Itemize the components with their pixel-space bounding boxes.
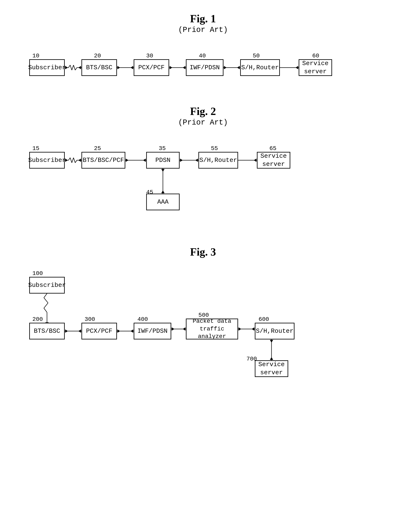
box-bts-bsc-3: BTS/BSC xyxy=(29,323,65,339)
svg-marker-13 xyxy=(170,66,172,69)
svg-line-40 xyxy=(44,294,47,298)
box-pdsn: PDSN xyxy=(146,152,180,168)
fig2-title-container: Fig. 2 xyxy=(17,105,389,118)
label-30: 30 xyxy=(146,53,153,59)
box-service-server-2: Serviceserver xyxy=(257,152,290,168)
svg-line-5 xyxy=(75,68,77,70)
svg-marker-60 xyxy=(270,357,273,360)
svg-marker-57 xyxy=(252,327,254,331)
svg-marker-50 xyxy=(117,329,120,333)
label-65: 65 xyxy=(269,145,276,152)
svg-marker-36 xyxy=(254,159,256,162)
fig3-title: Fig. 3 xyxy=(17,246,389,258)
box-bts-bsc-pcf: BTS/BSC/PCF xyxy=(81,152,125,168)
svg-line-41 xyxy=(44,298,48,303)
box-iwf-pdsn-3: IWF/PDSN xyxy=(134,323,171,339)
fig3-diagram: 100 200 300 400 500 600 700 Subscriber B… xyxy=(17,264,389,394)
svg-marker-53 xyxy=(172,327,174,331)
box-pcx-pcf-1: PCX/PCF xyxy=(134,59,169,76)
box-aaa: AAA xyxy=(146,194,180,210)
svg-line-21 xyxy=(68,158,70,160)
box-sh-router-3: S/H,Router xyxy=(255,323,295,339)
label-10: 10 xyxy=(32,53,39,59)
svg-marker-8 xyxy=(78,66,81,69)
svg-marker-39 xyxy=(161,190,165,193)
svg-marker-34 xyxy=(195,159,198,162)
box-sh-router-2: S/H,Router xyxy=(198,152,238,168)
svg-marker-51 xyxy=(130,329,133,333)
svg-marker-59 xyxy=(270,340,273,343)
box-pcx-pcf-3: PCX/PCF xyxy=(81,323,117,339)
svg-marker-16 xyxy=(224,66,227,69)
box-service-server-3: Serviceserver xyxy=(255,360,288,377)
svg-marker-30 xyxy=(126,159,128,162)
label-100: 100 xyxy=(32,270,43,277)
svg-marker-10 xyxy=(117,66,120,69)
box-packet-data: Packet datatraffic analyzer xyxy=(186,319,238,339)
svg-line-4 xyxy=(73,65,75,70)
svg-marker-48 xyxy=(78,329,81,333)
label-25: 25 xyxy=(94,145,101,152)
box-service-server-1: Serviceserver xyxy=(299,59,332,76)
svg-marker-17 xyxy=(237,66,240,69)
page: Fig. 1 (Prior Art) xyxy=(0,0,406,532)
fig3-section: Fig. 3 xyxy=(17,246,389,394)
fig2-section: Fig. 2 (Prior Art) xyxy=(17,105,389,225)
label-50: 50 xyxy=(253,53,260,59)
svg-marker-31 xyxy=(143,159,146,162)
label-15: 15 xyxy=(32,145,39,152)
svg-line-42 xyxy=(44,303,48,308)
svg-marker-19 xyxy=(296,66,298,69)
svg-line-22 xyxy=(70,158,72,163)
svg-marker-56 xyxy=(239,327,241,331)
svg-marker-47 xyxy=(65,329,68,333)
fig2-arrows xyxy=(17,135,351,225)
svg-marker-14 xyxy=(183,66,185,69)
label-55: 55 xyxy=(211,145,218,152)
fig2-subtitle: (Prior Art) xyxy=(17,118,389,127)
fig1-subtitle: (Prior Art) xyxy=(17,26,389,34)
svg-marker-54 xyxy=(183,327,185,331)
label-600: 600 xyxy=(259,316,269,322)
svg-line-24 xyxy=(73,158,75,163)
fig1-section: Fig. 1 (Prior Art) xyxy=(17,13,389,84)
box-bts-bsc-1: BTS/BSC xyxy=(81,59,117,76)
svg-marker-28 xyxy=(78,159,81,162)
fig1-title: Fig. 1 xyxy=(17,13,389,25)
box-sh-router-1: S/H,Router xyxy=(240,59,280,76)
box-subscriber-1: Subscriber xyxy=(29,59,65,76)
svg-line-3 xyxy=(72,65,73,70)
svg-marker-11 xyxy=(130,66,133,69)
label-300: 300 xyxy=(85,316,95,322)
label-400: 400 xyxy=(138,316,148,322)
fig2-title: Fig. 2 xyxy=(17,105,389,118)
fig2-diagram: 15 25 35 55 65 45 Subscriber BTS/BSC/PCF… xyxy=(17,135,389,225)
svg-marker-33 xyxy=(180,159,183,162)
label-35: 35 xyxy=(159,145,166,152)
fig1-title-container: Fig. 1 xyxy=(17,13,389,25)
label-500: 500 xyxy=(198,312,209,318)
svg-line-1 xyxy=(68,65,70,68)
svg-line-2 xyxy=(70,65,72,70)
svg-line-25 xyxy=(75,160,77,163)
svg-line-23 xyxy=(72,158,73,163)
box-subscriber-3: Subscriber xyxy=(29,277,65,294)
fig3-arrows xyxy=(17,264,351,394)
svg-line-43 xyxy=(44,308,47,312)
label-60: 60 xyxy=(312,53,319,59)
label-40: 40 xyxy=(199,53,206,59)
label-200: 200 xyxy=(32,316,43,322)
svg-marker-38 xyxy=(161,169,165,172)
fig3-title-container: Fig. 3 xyxy=(17,246,389,258)
box-iwf-pdsn-1: IWF/PDSN xyxy=(186,59,224,76)
box-subscriber-2: Subscriber xyxy=(29,152,65,168)
label-20: 20 xyxy=(94,53,101,59)
fig1-diagram: 10 20 30 40 50 60 Subscriber BTS/BSC PCX… xyxy=(17,42,389,84)
